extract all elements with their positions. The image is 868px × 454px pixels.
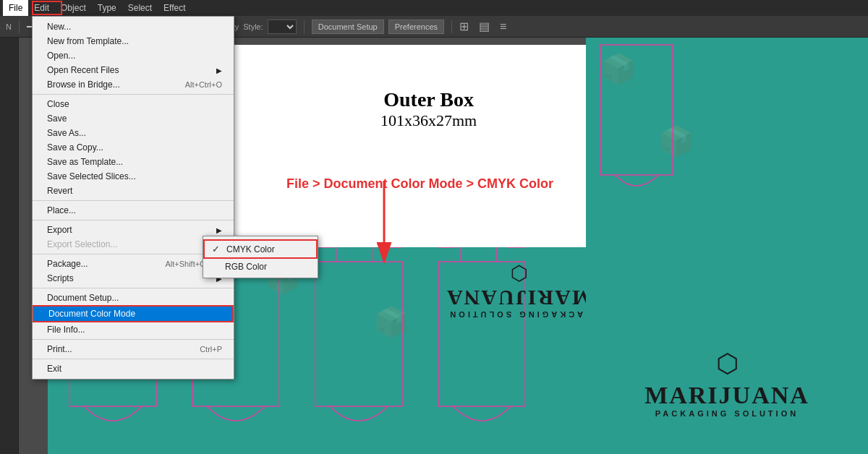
menu-item-save-template[interactable]: Save as Template...: [33, 155, 234, 169]
box-icon-inverted: ⬡: [446, 262, 586, 286]
separator-2: [33, 200, 234, 201]
preferences-button[interactable]: Preferences: [388, 20, 444, 34]
open-recent-arrow: ▶: [216, 67, 222, 74]
menu-item-save-slices[interactable]: Save Selected Slices...: [33, 169, 234, 184]
menu-item-save-copy[interactable]: Save a Copy...: [33, 140, 234, 155]
brand-sub-normal: PACKAGING SOLUTION: [644, 409, 809, 418]
menu-item-export[interactable]: Export ▶: [33, 223, 234, 237]
svg-rect-8: [315, 262, 402, 406]
right-area: 📦 📦 ⬡ MARIJUANA PACKAGING SOLUTION: [586, 38, 868, 454]
menu-item-place[interactable]: Place...: [33, 203, 234, 218]
menu-item-doc-setup[interactable]: Document Setup...: [33, 291, 234, 305]
box-icon-normal: ⬡: [644, 348, 809, 379]
menu-effect[interactable]: Effect: [158, 0, 191, 16]
file-menu-dropdown: New... New from Template... Open... Open…: [32, 16, 234, 380]
outer-box-dims: 101x36x27mm: [380, 111, 477, 130]
separator-6: [33, 339, 234, 340]
menu-bar: File Edit Object Type Select Effect: [0, 0, 868, 16]
color-mode-submenu: ✓ CMYK Color RGB Color: [203, 236, 318, 278]
annotation-container: File > Document Color Mode > CMYK Color: [286, 176, 553, 192]
submenu-rgb[interactable]: RGB Color: [203, 259, 318, 275]
submenu-cmyk[interactable]: ✓ CMYK Color: [203, 239, 318, 259]
svg-rect-14: [600, 45, 673, 175]
marijuana-logo-normal: ⬡ MARIJUANA PACKAGING SOLUTION: [644, 348, 809, 418]
toolbar-divider-1: [19, 20, 20, 33]
brand-name-inverted: MARIJUANA: [446, 286, 586, 310]
marijuana-logo-inverted: PACKAGING SOLUTION MARIJUANA ⬡: [446, 262, 586, 319]
menu-item-file-info[interactable]: File Info...: [33, 322, 234, 337]
toolbar-label-n: N: [6, 22, 12, 31]
annotation-text: File > Document Color Mode > CMYK Color: [286, 176, 553, 192]
menu-item-new[interactable]: New...: [33, 20, 234, 34]
menu-item-revert[interactable]: Revert: [33, 184, 234, 198]
menu-item-close[interactable]: Close: [33, 97, 234, 111]
print-shortcut: Ctrl+P: [200, 345, 222, 354]
menu-item-new-template[interactable]: New from Template...: [33, 34, 234, 48]
outer-box-info: Outer Box 101x36x27mm: [380, 88, 477, 130]
menu-file[interactable]: File: [3, 0, 28, 16]
menu-object[interactable]: Object: [55, 0, 92, 16]
left-tools-panel: [0, 38, 19, 454]
align-icon: ▤: [479, 20, 490, 33]
menu-item-open[interactable]: Open...: [33, 48, 234, 63]
separator-7: [33, 359, 234, 359]
menu-edit[interactable]: Edit: [28, 0, 55, 16]
cmyk-checkmark: ✓: [212, 244, 222, 254]
menu-item-doc-color-mode[interactable]: Document Color Mode: [33, 305, 234, 322]
menu-select[interactable]: Select: [122, 0, 158, 16]
browse-shortcut: Alt+Ctrl+O: [185, 80, 222, 89]
toolbar-style-select[interactable]: [268, 20, 297, 34]
brand-sub-inverted: PACKAGING SOLUTION: [446, 310, 586, 319]
red-arrow: [373, 181, 395, 267]
menu-item-browse[interactable]: Browse in Bridge... Alt+Ctrl+O: [33, 77, 234, 92]
arrange-icon: ⊞: [459, 20, 469, 33]
document-setup-button[interactable]: Document Setup: [312, 20, 384, 34]
menu-item-save-as[interactable]: Save As...: [33, 126, 234, 140]
right-teal-bg: 📦 📦 ⬡ MARIJUANA PACKAGING SOLUTION: [586, 38, 868, 454]
toolbar-divider-2: [304, 20, 305, 33]
toolbar-style-label: Style:: [243, 22, 263, 31]
outer-box-title: Outer Box: [380, 88, 477, 111]
marijuana-logo-inverted-container: PACKAGING SOLUTION MARIJUANA ⬡: [446, 262, 586, 319]
menu-type[interactable]: Type: [92, 0, 122, 16]
toolbar-divider-3: [451, 20, 452, 33]
menu-item-exit[interactable]: Exit: [33, 361, 234, 376]
menu-item-save[interactable]: Save: [33, 111, 234, 126]
separator-3: [33, 220, 234, 220]
separator-1: [33, 94, 234, 95]
menu-item-open-recent[interactable]: Open Recent Files ▶: [33, 63, 234, 77]
brand-name-normal: MARIJUANA: [644, 382, 809, 409]
separator-5: [33, 288, 234, 288]
menu-item-print[interactable]: Print... Ctrl+P: [33, 342, 234, 356]
list-icon: ≡: [500, 20, 506, 33]
export-arrow: ▶: [216, 226, 222, 234]
